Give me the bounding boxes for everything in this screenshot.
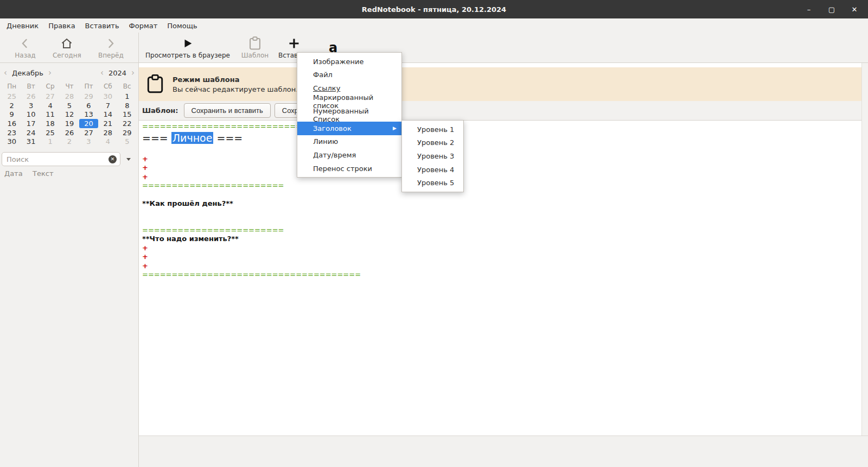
next-year-icon[interactable]: › bbox=[130, 68, 136, 78]
insert-menu-item[interactable]: Изображение bbox=[297, 55, 401, 68]
calendar-day[interactable]: 5 bbox=[60, 101, 79, 110]
calendar-day[interactable]: 4 bbox=[98, 137, 117, 146]
calendar-day-header: Пт bbox=[79, 83, 98, 90]
insert-menu-item-label: Изображение bbox=[313, 58, 363, 66]
calendar-day[interactable]: 28 bbox=[98, 128, 117, 137]
editor-line bbox=[142, 190, 858, 199]
calendar-day[interactable]: 3 bbox=[21, 101, 40, 110]
calendar-day[interactable]: 23 bbox=[2, 128, 21, 137]
calendar-day[interactable]: 25 bbox=[2, 92, 21, 101]
calendar-day-header: Пн bbox=[2, 83, 21, 90]
calendar-day-header: Вт bbox=[21, 83, 40, 90]
calendar-day-headers: ПнВтСрЧтПтСбВс bbox=[2, 83, 137, 90]
calendar-day[interactable]: 31 bbox=[21, 137, 40, 146]
forward-button[interactable]: Вперёд bbox=[96, 33, 126, 62]
calendar-day[interactable]: 29 bbox=[79, 92, 98, 101]
calendar-day[interactable]: 27 bbox=[79, 128, 98, 137]
calendar-day[interactable]: 30 bbox=[98, 92, 117, 101]
banner-text: Режим шаблона Вы сейчас редактируете шаб… bbox=[173, 75, 298, 93]
insert-menu: ИзображениеФайлСсылкуМаркированный списо… bbox=[297, 52, 402, 178]
toolbar: Назад Сегодня Вперёд Просмотреть в брауз… bbox=[0, 33, 868, 63]
calendar-day[interactable]: 17 bbox=[21, 119, 40, 128]
calendar-day[interactable]: 11 bbox=[41, 110, 60, 119]
next-month-icon[interactable]: › bbox=[47, 68, 53, 78]
prev-year-icon[interactable]: ‹ bbox=[99, 68, 105, 78]
editor-line: + bbox=[142, 173, 858, 181]
calendar-day[interactable]: 18 bbox=[41, 119, 60, 128]
calendar-day[interactable]: 15 bbox=[118, 110, 137, 119]
calendar-day[interactable]: 12 bbox=[60, 110, 79, 119]
clipboard-banner-icon bbox=[146, 74, 164, 94]
insert-menu-item[interactable]: Дату/время bbox=[297, 148, 401, 162]
insert-menu-item[interactable]: Ссылку bbox=[297, 81, 401, 95]
header-level-item[interactable]: Уровень 5 bbox=[402, 176, 463, 190]
insert-menu-item-label: Линию bbox=[313, 137, 338, 146]
search-options-dropdown[interactable] bbox=[120, 152, 137, 166]
header-level-item[interactable]: Уровень 1 bbox=[402, 123, 463, 136]
calendar-day[interactable]: 13 bbox=[79, 110, 98, 119]
menubar-item[interactable]: Формат bbox=[124, 20, 163, 31]
calendar-day[interactable]: 8 bbox=[118, 101, 137, 110]
results-column-text[interactable]: Текст bbox=[28, 169, 54, 179]
calendar-day[interactable]: 27 bbox=[41, 92, 60, 101]
calendar-day[interactable]: 22 bbox=[118, 119, 137, 128]
calendar-day[interactable]: 14 bbox=[98, 110, 117, 119]
prev-month-icon[interactable]: ‹ bbox=[2, 68, 9, 78]
calendar-day[interactable]: 24 bbox=[21, 128, 40, 137]
calendar-day[interactable]: 29 bbox=[118, 128, 137, 137]
calendar-day[interactable]: 1 bbox=[118, 92, 137, 101]
calendar-day[interactable]: 26 bbox=[60, 128, 79, 137]
toolbar-action-group: Просмотреть в браузере Шаблон Вставить a bbox=[139, 33, 868, 62]
calendar-day[interactable]: 21 bbox=[98, 119, 117, 128]
insert-menu-item[interactable]: Перенос строки bbox=[297, 162, 401, 175]
minimize-icon[interactable]: – bbox=[803, 3, 815, 15]
calendar-day[interactable]: 7 bbox=[98, 101, 117, 110]
calendar-day[interactable]: 19 bbox=[60, 119, 79, 128]
calendar-day[interactable]: 3 bbox=[79, 137, 98, 146]
header-level-item[interactable]: Уровень 3 bbox=[402, 149, 463, 163]
play-icon bbox=[182, 36, 194, 51]
calendar-day[interactable]: 1 bbox=[41, 137, 60, 146]
maximize-icon[interactable]: ▢ bbox=[826, 3, 838, 15]
insert-menu-item[interactable]: Заголовок▶ bbox=[297, 122, 401, 135]
calendar-day[interactable]: 16 bbox=[2, 119, 21, 128]
menubar-item[interactable]: Правка bbox=[43, 20, 80, 31]
close-icon[interactable]: ✕ bbox=[848, 3, 860, 15]
calendar-day[interactable]: 20 bbox=[79, 119, 98, 128]
calendar-day[interactable]: 28 bbox=[60, 92, 79, 101]
editor-scrollbar[interactable] bbox=[861, 63, 868, 467]
editor-line: + bbox=[142, 244, 858, 253]
template-label: Шаблон bbox=[241, 52, 269, 59]
calendar-day[interactable]: 6 bbox=[79, 101, 98, 110]
calendar-day[interactable]: 2 bbox=[2, 101, 21, 110]
header-level-item[interactable]: Уровень 2 bbox=[402, 136, 463, 150]
calendar-day[interactable]: 25 bbox=[41, 128, 60, 137]
calendar-day[interactable]: 2 bbox=[60, 137, 79, 146]
today-button[interactable]: Сегодня bbox=[50, 33, 84, 62]
menubar-item[interactable]: Помощь bbox=[162, 20, 202, 31]
editor-line: + bbox=[142, 253, 858, 261]
calendar-day[interactable]: 4 bbox=[41, 101, 60, 110]
editor[interactable]: ========================================… bbox=[139, 121, 861, 436]
insert-menu-item-label: Заголовок bbox=[313, 124, 352, 132]
clear-search-icon[interactable]: ✕ bbox=[108, 155, 117, 163]
menubar-item[interactable]: Дневник bbox=[2, 20, 43, 31]
insert-menu-item[interactable]: Маркированный список bbox=[297, 95, 401, 109]
results-column-date[interactable]: Дата bbox=[0, 169, 28, 179]
save-and-insert-button[interactable]: Сохранить и вставить bbox=[184, 103, 271, 118]
calendar-day[interactable]: 26 bbox=[21, 92, 40, 101]
calendar-day[interactable]: 5 bbox=[118, 137, 137, 146]
calendar-day[interactable]: 30 bbox=[2, 137, 21, 146]
header-level-item[interactable]: Уровень 4 bbox=[402, 163, 463, 176]
menubar-item[interactable]: Вставить bbox=[80, 20, 124, 31]
calendar-day[interactable]: 9 bbox=[2, 110, 21, 119]
insert-menu-item[interactable]: Файл bbox=[297, 68, 401, 82]
template-button[interactable]: Шаблон bbox=[235, 33, 275, 62]
insert-menu-item[interactable]: Линию bbox=[297, 135, 401, 149]
preview-in-browser-button[interactable]: Просмотреть в браузере bbox=[140, 33, 235, 62]
calendar-day[interactable]: 10 bbox=[21, 110, 40, 119]
insert-menu-item[interactable]: Нумерованный Список bbox=[297, 108, 401, 122]
search-input[interactable] bbox=[7, 155, 108, 163]
submenu-arrow-icon: ▶ bbox=[393, 126, 397, 131]
back-button[interactable]: Назад bbox=[12, 33, 37, 62]
